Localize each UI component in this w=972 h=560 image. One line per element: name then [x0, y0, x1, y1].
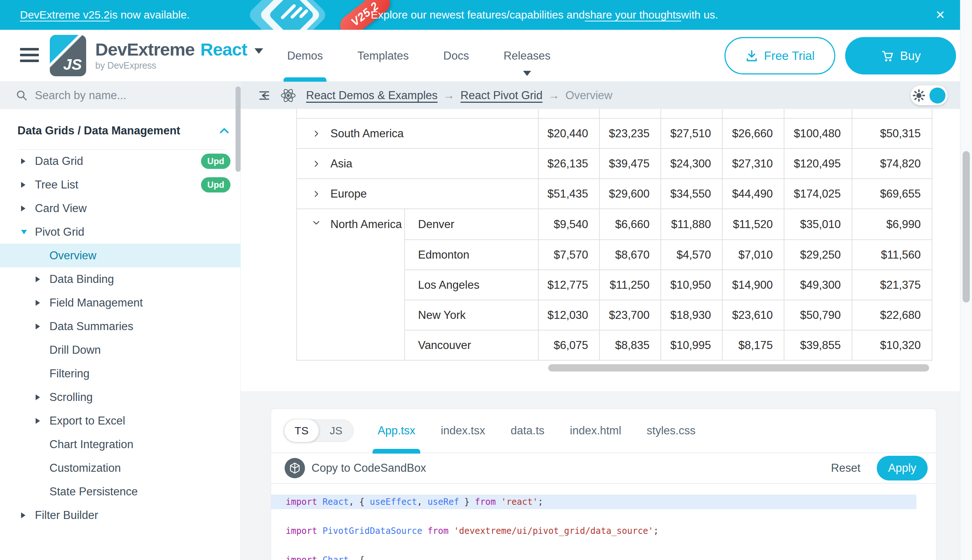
platform-dropdown-caret-icon[interactable] — [254, 48, 263, 54]
sidebar-item-pivot-grid[interactable]: Pivot Grid — [0, 220, 241, 244]
nav-templates[interactable]: Templates — [357, 30, 408, 82]
theme-toggle-knob[interactable] — [930, 88, 945, 103]
tab-data-ts[interactable]: data.ts — [511, 408, 545, 453]
sidebar-item-filter-builder[interactable]: Filter Builder — [0, 503, 241, 527]
row-collapse-icon[interactable] — [311, 218, 321, 227]
breadcrumb-link-pivot-grid[interactable]: React Pivot Grid — [460, 89, 543, 102]
pivot-row-asia: Asia$26,135$39,475$24,300$27,310$120,495… — [297, 148, 932, 178]
page-scrollbar-track[interactable] — [960, 0, 972, 560]
sidebar-item-export-to-excel[interactable]: Export to Excel — [0, 409, 241, 433]
row-expand-icon[interactable] — [311, 129, 321, 138]
value-cell: $29,250 — [784, 240, 852, 270]
sidebar-item-customization[interactable]: Customization — [0, 456, 241, 480]
copy-to-codesandbox-label[interactable]: Copy to CodeSandBox — [311, 462, 426, 475]
nav-releases[interactable]: Releases — [504, 30, 550, 82]
sidebar-item-state-persistence[interactable]: State Persistence — [0, 480, 241, 503]
tab-index-html[interactable]: index.html — [570, 408, 621, 453]
banner-close-icon[interactable]: ✕ — [935, 8, 945, 22]
expand-caret-icon[interactable] — [21, 182, 35, 188]
value-cell: $6,660 — [599, 209, 661, 239]
upd-badge: Upd — [201, 177, 231, 192]
pivot-grid-demo: South America$20,440$23,235$27,510$26,66… — [241, 109, 972, 391]
sidebar-item-filtering[interactable]: Filtering — [0, 362, 241, 385]
toggle-js[interactable]: JS — [319, 425, 353, 437]
promo-banner: DevExtreme v25.2 is now available. V25.2… — [0, 0, 972, 30]
row-label-cell[interactable]: Europe — [297, 179, 538, 208]
value-cell: $44,490 — [722, 179, 784, 208]
free-trial-button[interactable]: Free Trial — [724, 37, 835, 75]
upd-badge: Upd — [201, 153, 231, 169]
breadcrumb-current: Overview — [565, 89, 612, 102]
brand-platform: React — [200, 39, 247, 60]
sidebar-item-data-binding[interactable]: Data Binding — [0, 267, 241, 291]
sidebar-item-label: Chart Integration — [49, 438, 241, 451]
row-label-cell[interactable]: Asia — [297, 149, 538, 178]
sidebar-item-data-grid[interactable]: Data GridUpd — [0, 149, 241, 173]
banner-version-link[interactable]: DevExtreme v25.2 — [20, 9, 110, 21]
expand-caret-icon[interactable] — [36, 300, 49, 306]
region-label: North America — [330, 218, 402, 231]
expand-caret-icon[interactable] — [36, 394, 49, 400]
collapse-sidebar-icon[interactable] — [258, 89, 271, 102]
sidebar-item-scrolling[interactable]: Scrolling — [0, 385, 241, 409]
toggle-ts[interactable]: TS — [284, 420, 319, 442]
region-label: Europe — [330, 187, 367, 200]
breadcrumb-link-demos[interactable]: React Demos & Examples — [306, 89, 438, 102]
cart-icon — [880, 49, 894, 63]
code-line — [271, 538, 917, 553]
codesandbox-icon[interactable] — [284, 458, 305, 478]
pivot-horizontal-scrollbar[interactable] — [548, 364, 929, 372]
sidebar-item-data-summaries[interactable]: Data Summaries — [0, 315, 241, 338]
tab-app-tsx[interactable]: App.tsx — [378, 408, 415, 453]
row-expand-icon[interactable] — [311, 189, 321, 198]
value-cell: $20,440 — [538, 119, 599, 148]
sidebar-scrollbar[interactable] — [236, 87, 241, 172]
sidebar-item-label: Data Summaries — [49, 320, 241, 333]
theme-toggle[interactable] — [910, 85, 948, 105]
expand-caret-icon[interactable] — [36, 418, 49, 424]
sidebar-item-chart-integration[interactable]: Chart Integration — [0, 433, 241, 456]
language-toggle[interactable]: TS JS — [284, 420, 354, 442]
reset-button[interactable]: Reset — [831, 462, 860, 475]
share-thoughts-link[interactable]: share your thoughts — [585, 9, 681, 21]
row-expand-icon[interactable] — [311, 159, 321, 168]
sandbox-row: Copy to CodeSandBox Reset Apply — [271, 453, 936, 484]
sidebar-item-label: Data Grid — [35, 155, 201, 168]
code-editor[interactable]: import React, { useEffect, useRef } from… — [271, 484, 936, 560]
region-label: Asia — [330, 157, 352, 170]
tab-index-tsx[interactable]: index.tsx — [440, 408, 485, 453]
sidebar-item-tree-list[interactable]: Tree ListUpd — [0, 173, 241, 197]
tab-styles-css[interactable]: styles.css — [647, 408, 695, 453]
sidebar-item-overview[interactable]: Overview — [0, 244, 241, 267]
sidebar-item-drill-down[interactable]: Drill Down — [0, 338, 241, 362]
collapse-caret-icon[interactable] — [21, 230, 35, 234]
expand-caret-icon[interactable] — [21, 512, 35, 518]
search-placeholder: Search by name... — [35, 89, 127, 102]
search-input[interactable]: Search by name... — [0, 82, 241, 109]
expand-caret-icon[interactable] — [36, 277, 49, 282]
row-label-cell[interactable]: South America — [297, 119, 538, 148]
page-scrollbar-thumb[interactable] — [962, 151, 970, 303]
value-cell: $10,320 — [852, 330, 932, 360]
code-tabs-row: TS JS App.tsx index.tsx data.ts index.ht… — [271, 409, 936, 453]
value-cell: $7,570 — [538, 240, 599, 270]
row-label-cell[interactable]: North America — [297, 209, 404, 360]
expand-caret-icon[interactable] — [36, 323, 49, 329]
sidebar-item-label: Overview — [49, 249, 241, 262]
expand-caret-icon[interactable] — [21, 158, 35, 164]
nav-docs[interactable]: Docs — [443, 30, 469, 82]
sidebar-item-card-view[interactable]: Card View — [0, 197, 241, 220]
buy-button[interactable]: Buy — [845, 37, 956, 75]
nav-demos[interactable]: Demos — [287, 30, 323, 82]
devextreme-logo[interactable]: JS — [50, 35, 86, 76]
hamburger-menu-icon[interactable] — [20, 48, 39, 63]
expand-caret-icon[interactable] — [21, 205, 35, 212]
sidebar-section-data-grids[interactable]: Data Grids / Data Management — [17, 120, 229, 142]
apply-button[interactable]: Apply — [877, 456, 928, 480]
brand-byline: by DevExpress — [95, 60, 263, 71]
brand-block[interactable]: DevExtreme React by DevExpress — [95, 39, 263, 71]
sidebar-item-label: Card View — [35, 202, 241, 215]
collapse-section-icon[interactable] — [219, 127, 229, 134]
sidebar-item-label: Customization — [49, 462, 241, 475]
sidebar-item-field-management[interactable]: Field Management — [0, 291, 241, 315]
